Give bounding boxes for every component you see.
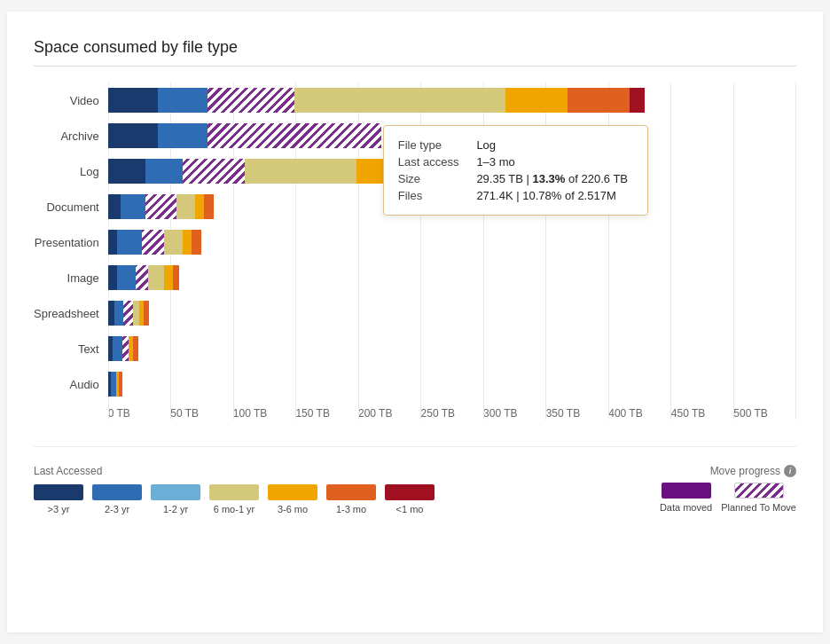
move-legend-swatch (734, 483, 784, 499)
legend-swatch (209, 484, 259, 500)
x-axis-label: 400 TB (608, 407, 671, 420)
y-label: Text (78, 331, 99, 366)
legend-item: 1-2 yr (151, 484, 200, 514)
chart-card: Space consumed by file type VideoArchive… (7, 12, 823, 632)
x-axis-label: 250 TB (421, 407, 484, 420)
bar-segment (183, 159, 245, 184)
bar-segment (145, 194, 176, 219)
tooltip: File type Log Last access 1–3 mo Size 29… (383, 125, 648, 216)
y-label: Spreadsheet (34, 295, 99, 331)
x-axis-label: 150 TB (295, 407, 358, 420)
bar-group (108, 336, 138, 361)
bar-row (108, 295, 796, 331)
chart-title: Space consumed by file type (34, 38, 796, 67)
bar-group (108, 123, 381, 148)
bar-segment (630, 88, 646, 113)
tooltip-size-label: Size (398, 170, 477, 187)
bar-group (108, 230, 201, 255)
bar-segment (164, 265, 174, 290)
bar-segment (108, 88, 158, 113)
bar-group (108, 194, 214, 219)
y-label: Archive (60, 118, 98, 153)
bar-segment (133, 301, 139, 326)
x-axis-label: 50 TB (170, 407, 233, 420)
bar-segment (119, 372, 122, 397)
y-label: Presentation (35, 224, 99, 260)
bar-segment (204, 194, 214, 219)
x-axis: 0 TB50 TB100 TB150 TB200 TB250 TB300 TB3… (108, 407, 796, 420)
legend-swatch (268, 484, 317, 500)
bar-segment (195, 194, 205, 219)
bar-row (108, 260, 796, 295)
tooltip-last-access-value: 1–3 mo (476, 153, 633, 170)
y-label: Video (70, 82, 99, 118)
bar-segment (505, 88, 568, 113)
legend-item-label: <1 mo (396, 504, 424, 514)
bar-segment (158, 123, 208, 148)
bar-segment (173, 265, 179, 290)
legend-item: 6 mo-1 yr (209, 484, 259, 514)
legend-item-label: 2-3 yr (105, 504, 129, 514)
x-axis-label: 100 TB (233, 407, 296, 420)
chart-area: VideoArchiveLogDocumentPresentationImage… (34, 82, 796, 420)
bar-segment (123, 301, 133, 326)
legend-move-progress: Move progress i Data movedPlanned To Mov… (660, 465, 796, 513)
legend-swatch (151, 484, 200, 500)
bar-group (108, 265, 180, 290)
bar-segment (108, 301, 114, 326)
move-legend-item: Data moved (660, 483, 712, 513)
bar-group (108, 301, 149, 326)
y-axis-labels: VideoArchiveLogDocumentPresentationImage… (34, 82, 108, 420)
legend-item: 3-6 mo (268, 484, 317, 514)
legend-item: 1-3 mo (326, 484, 376, 514)
legend-swatch (385, 484, 435, 500)
bar-segment (208, 123, 381, 148)
bar-segment (117, 265, 136, 290)
bar-segment (183, 230, 192, 255)
legend-items: >3 yr2-3 yr1-2 yr6 mo-1 yr3-6 mo1-3 mo<1… (34, 484, 660, 514)
x-axis-label: 500 TB (733, 407, 796, 420)
legend-item-label: 6 mo-1 yr (214, 504, 254, 514)
bar-segment (164, 230, 183, 255)
info-icon: i (784, 465, 796, 477)
legend-item-label: >3 yr (48, 504, 70, 514)
bar-segment (144, 301, 149, 326)
bar-segment (113, 336, 122, 361)
bar-segment (108, 265, 118, 290)
x-axis-label: 300 TB (483, 407, 546, 420)
bar-row (108, 224, 796, 260)
bar-segment (133, 336, 138, 361)
bar-row (108, 331, 796, 366)
legend-item-label: 1-2 yr (163, 504, 188, 514)
legend-item-label: 3-6 mo (278, 504, 308, 514)
y-label: Document (46, 189, 98, 224)
bars-and-grid: File type Log Last access 1–3 mo Size 29… (108, 82, 796, 420)
legend-item: >3 yr (34, 484, 83, 514)
legend-last-accessed-title: Last Accessed (34, 465, 660, 477)
bar-segment (568, 88, 630, 113)
bar-segment (117, 230, 142, 255)
y-label: Log (80, 153, 99, 189)
bar-segment (136, 265, 148, 290)
move-legend-item-label: Data moved (660, 502, 712, 513)
bar-group (108, 88, 646, 113)
bar-segment (121, 194, 145, 219)
tooltip-files-value: 271.4K | 10.78% of 2.517M (476, 187, 633, 204)
bar-segment (294, 88, 505, 113)
bar-segment (176, 194, 195, 219)
legend-area: Last Accessed >3 yr2-3 yr1-2 yr6 mo-1 yr… (34, 446, 796, 514)
x-axis-label: 350 TB (546, 407, 609, 420)
bar-segment (108, 194, 121, 219)
y-label: Image (67, 260, 99, 295)
bar-segment (192, 230, 201, 255)
bar-segment (245, 159, 356, 184)
bar-segment (108, 123, 158, 148)
bar-segment (108, 230, 118, 255)
x-axis-label: 200 TB (358, 407, 421, 420)
legend-last-accessed: Last Accessed >3 yr2-3 yr1-2 yr6 mo-1 yr… (34, 465, 660, 514)
legend-swatch (326, 484, 376, 500)
x-axis-label: 450 TB (671, 407, 734, 420)
bar-segment (122, 336, 129, 361)
move-legend-item: Planned To Move (721, 483, 796, 513)
tooltip-files-label: Files (398, 187, 477, 204)
